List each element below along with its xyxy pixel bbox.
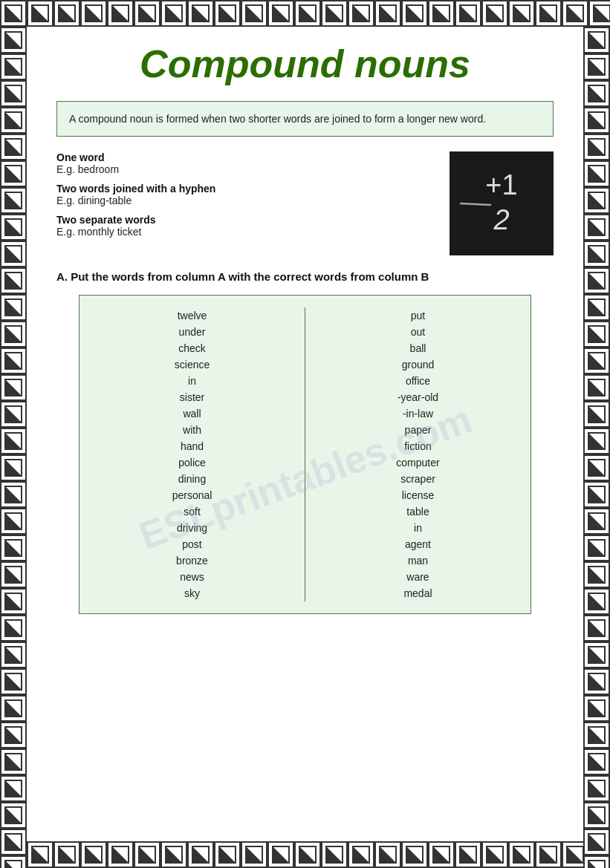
type-example: E.g. monthly ticket: [56, 226, 435, 238]
column-b-word: computer: [396, 454, 439, 471]
instruction-text: A. Put the words from column A with the …: [56, 270, 554, 283]
column-a-word: under: [179, 324, 206, 340]
column-b: putoutballgroundoffice-year-old-in-lawpa…: [320, 307, 516, 601]
definition-text: A compound noun is formed when two short…: [69, 113, 486, 125]
column-a-word: bronze: [176, 552, 208, 569]
column-b-word: agent: [405, 536, 431, 552]
type-label: Two words joined with a hyphen: [56, 183, 435, 195]
column-b-word: -year-old: [398, 389, 438, 405]
column-a-word: post: [182, 536, 201, 552]
column-a-word: news: [180, 569, 204, 585]
column-b-word: paper: [405, 422, 432, 438]
border-right: [583, 27, 610, 868]
column-b-word: table: [406, 503, 429, 520]
column-b-word: medal: [403, 585, 432, 601]
column-a-word: in: [188, 373, 196, 389]
column-b-word: license: [402, 487, 435, 503]
content-area: One wordE.g. bedroomTwo words joined wit…: [56, 151, 554, 255]
svg-text:2: 2: [493, 204, 509, 235]
column-a-word: science: [175, 356, 210, 373]
column-a-word: sister: [180, 389, 204, 405]
column-a-word: police: [178, 454, 206, 471]
column-a-word: hand: [181, 438, 204, 454]
column-b-word: fiction: [404, 438, 432, 454]
column-divider: [305, 307, 305, 601]
type-label: Two separate words: [56, 214, 435, 226]
column-a-word: twelve: [178, 307, 207, 324]
types-list: One wordE.g. bedroomTwo words joined wit…: [56, 151, 435, 255]
chalkboard-svg: +1 2: [450, 151, 554, 255]
column-b-word: put: [411, 307, 425, 324]
type-example: E.g. dining-table: [56, 195, 435, 206]
column-b-word: ware: [406, 569, 429, 585]
type-example: E.g. bedroom: [56, 163, 435, 175]
column-a-word: with: [183, 422, 201, 438]
column-b-word: in: [414, 520, 422, 536]
column-a-word: driving: [177, 520, 207, 536]
column-a-word: personal: [172, 487, 212, 503]
column-a: twelveundercheckscienceinsisterwallwithh…: [94, 307, 290, 601]
column-b-word: ball: [410, 340, 426, 356]
column-b-word: scraper: [400, 471, 435, 487]
word-table: twelveundercheckscienceinsisterwallwithh…: [94, 307, 516, 601]
svg-text:+1: +1: [485, 169, 517, 200]
border-left: [0, 27, 27, 868]
column-a-word: soft: [184, 503, 201, 520]
chalkboard-image: +1 2: [450, 151, 554, 255]
column-a-word: check: [178, 340, 206, 356]
border-bottom: [0, 841, 610, 868]
column-b-word: ground: [402, 356, 435, 373]
type-label: One word: [56, 151, 435, 163]
column-a-word: dining: [178, 471, 206, 487]
main-content: Compound nouns A compound noun is formed…: [27, 27, 583, 841]
border-top: [0, 0, 610, 27]
definition-box: A compound noun is formed when two short…: [56, 101, 554, 137]
column-b-word: man: [408, 552, 428, 569]
page-title: Compound nouns: [56, 42, 554, 86]
column-b-word: out: [411, 324, 425, 340]
column-b-word: -in-law: [403, 405, 433, 422]
word-table-container: twelveundercheckscienceinsisterwallwithh…: [79, 295, 531, 614]
column-a-word: sky: [184, 585, 200, 601]
column-a-word: wall: [183, 405, 201, 422]
column-b-word: office: [406, 373, 430, 389]
